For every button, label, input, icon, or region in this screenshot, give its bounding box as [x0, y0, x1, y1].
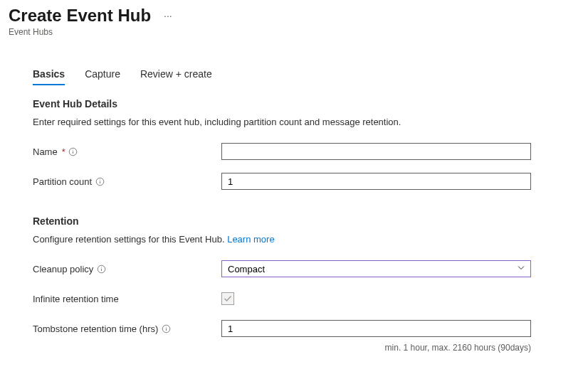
- retention-desc-text: Configure retention settings for this Ev…: [33, 234, 227, 245]
- info-icon[interactable]: [96, 264, 106, 274]
- info-icon[interactable]: [68, 146, 78, 156]
- section-title-details: Event Hub Details: [33, 98, 531, 109]
- label-partition-count: Partition count: [33, 176, 92, 187]
- svg-point-2: [73, 149, 73, 150]
- partition-count-input[interactable]: [221, 173, 531, 190]
- required-marker: *: [62, 146, 65, 157]
- label-cleanup-policy: Cleanup policy: [33, 264, 93, 274]
- info-icon[interactable]: [95, 176, 105, 186]
- cleanup-policy-select[interactable]: [221, 260, 531, 277]
- tab-basics[interactable]: Basics: [33, 68, 65, 85]
- tab-capture[interactable]: Capture: [85, 68, 120, 85]
- row-name: Name *: [33, 143, 531, 160]
- row-tombstone-retention: Tombstone retention time (hrs): [33, 320, 531, 337]
- infinite-retention-checkbox: [221, 292, 234, 305]
- section-desc-details: Enter required settings for this event h…: [33, 117, 531, 127]
- svg-point-11: [166, 326, 167, 327]
- tabs: Basics Capture Review + create: [33, 68, 588, 85]
- tombstone-retention-input[interactable]: [221, 320, 531, 337]
- row-partition-count: Partition count: [33, 173, 531, 190]
- breadcrumb: Event Hubs: [9, 27, 588, 37]
- learn-more-link[interactable]: Learn more: [227, 234, 274, 245]
- tombstone-retention-helper: min. 1 hour, max. 2160 hours (90days): [33, 343, 531, 353]
- svg-point-8: [101, 267, 102, 267]
- name-input[interactable]: [221, 143, 531, 160]
- label-tombstone-retention: Tombstone retention time (hrs): [33, 324, 158, 334]
- page-title: Create Event Hub: [9, 6, 151, 26]
- row-infinite-retention: Infinite retention time: [33, 290, 531, 307]
- more-icon[interactable]: ···: [161, 7, 175, 24]
- section-desc-retention: Configure retention settings for this Ev…: [33, 234, 531, 245]
- svg-point-5: [100, 179, 100, 180]
- label-infinite-retention: Infinite retention time: [33, 294, 119, 304]
- row-cleanup-policy: Cleanup policy: [33, 260, 531, 277]
- info-icon[interactable]: [161, 324, 171, 333]
- label-name: Name: [33, 146, 58, 157]
- tab-review-create[interactable]: Review + create: [140, 68, 212, 85]
- section-title-retention: Retention: [33, 215, 531, 227]
